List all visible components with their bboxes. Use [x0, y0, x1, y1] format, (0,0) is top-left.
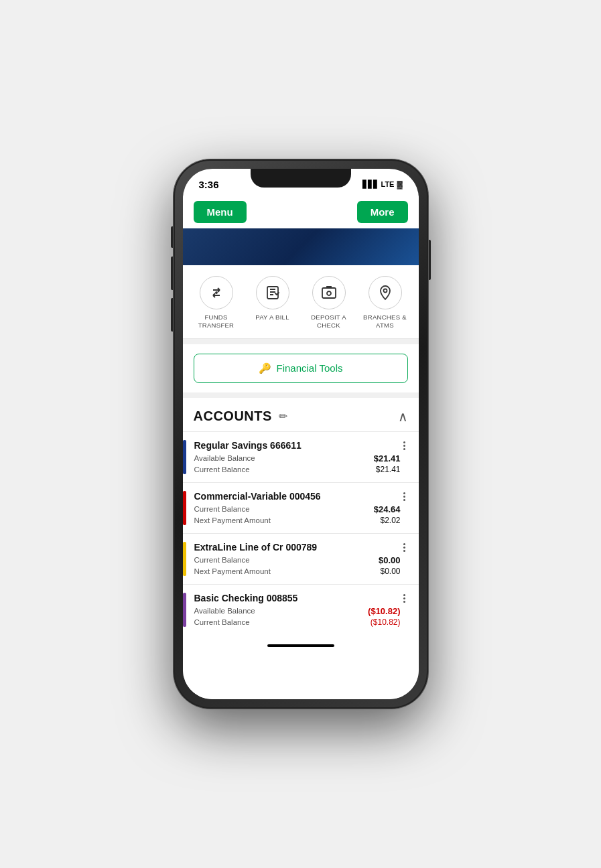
status-time: 3:36	[199, 179, 219, 190]
balance-value: $21.41	[374, 453, 401, 463]
balance-label: Next Payment Amount	[194, 516, 271, 524]
account-row-extraline[interactable]: ExtraLine Line of Cr 000789 Current Bala…	[183, 533, 419, 584]
balance-value: $21.41	[376, 465, 401, 474]
balance-label: Available Balance	[194, 607, 255, 615]
account-menu-button[interactable]	[401, 492, 408, 501]
financial-tools-icon: 🔑	[259, 362, 271, 374]
balance-current: Current Balance $0.00	[194, 555, 401, 565]
account-name: Basic Checking 008855	[194, 593, 401, 603]
header-nav: Menu More	[183, 196, 419, 228]
deposit-check-icon	[312, 276, 346, 309]
quick-actions: FUNDS TRANSFER PAY A BILL	[183, 265, 419, 339]
account-color-bar	[183, 542, 186, 576]
account-name: Regular Savings 666611	[194, 440, 401, 451]
edit-accounts-icon[interactable]: ✏	[279, 410, 287, 423]
balance-next-payment: Next Payment Amount $0.00	[194, 567, 401, 576]
balance-value: ($10.82)	[368, 606, 400, 616]
battery-icon: ▓	[397, 180, 402, 188]
accounts-header: ACCOUNTS ✏ ∧	[183, 398, 419, 431]
account-menu-button[interactable]	[401, 543, 408, 552]
menu-button[interactable]: Menu	[194, 201, 247, 223]
balance-available: Available Balance ($10.82)	[194, 606, 401, 616]
home-indicator	[267, 644, 334, 647]
branches-atms-icon	[369, 276, 402, 309]
accounts-section: ACCOUNTS ✏ ∧ Regular Savings 666611 Avai…	[183, 398, 419, 699]
deposit-check-label: DEPOSIT A CHECK	[306, 313, 352, 330]
collapse-accounts-icon[interactable]: ∧	[398, 409, 408, 425]
svg-rect-2	[322, 288, 336, 298]
balance-available: Available Balance $21.41	[194, 453, 401, 463]
balance-next-payment: Next Payment Amount $2.02	[194, 516, 401, 525]
account-info: Basic Checking 008855 Available Balance …	[194, 593, 401, 627]
svg-point-0	[216, 292, 217, 293]
action-pay-bill[interactable]: PAY A BILL	[249, 276, 296, 330]
financial-tools-button[interactable]: 🔑 Financial Tools	[194, 354, 408, 383]
hero-banner	[183, 228, 419, 265]
more-button[interactable]: More	[357, 201, 408, 223]
accounts-title-group: ACCOUNTS ✏	[194, 409, 287, 424]
account-color-bar	[183, 593, 186, 627]
account-row-commercial-variable[interactable]: Commercial-Variable 000456 Current Balan…	[183, 482, 419, 533]
signal-icon: ▋▋▋	[362, 180, 379, 189]
volume-up-button	[171, 257, 174, 290]
mute-button	[171, 226, 174, 248]
account-info: Commercial-Variable 000456 Current Balan…	[194, 491, 401, 525]
funds-transfer-icon	[200, 276, 233, 309]
balance-current: Current Balance $24.64	[194, 504, 401, 514]
account-info: Regular Savings 666611 Available Balance…	[194, 440, 401, 474]
balance-label: Current Balance	[194, 505, 250, 513]
phone-device: 3:36 ▋▋▋ LTE ▓ Menu More F	[174, 159, 428, 709]
account-color-bar	[183, 491, 186, 525]
account-name: ExtraLine Line of Cr 000789	[194, 542, 401, 553]
branches-atms-label: BRANCHES & ATMS	[362, 313, 409, 330]
section-divider-1	[183, 339, 419, 344]
phone-screen: 3:36 ▋▋▋ LTE ▓ Menu More F	[183, 169, 419, 699]
funds-transfer-label: FUNDS TRANSFER	[193, 313, 240, 330]
balance-label: Next Payment Amount	[194, 567, 271, 575]
power-button	[428, 240, 431, 280]
account-menu-button[interactable]	[401, 594, 408, 603]
svg-point-4	[383, 289, 387, 293]
notch	[251, 169, 351, 188]
action-deposit-check[interactable]: DEPOSIT A CHECK	[306, 276, 352, 330]
account-row-basic-checking[interactable]: Basic Checking 008855 Available Balance …	[183, 584, 419, 635]
balance-label: Available Balance	[194, 454, 255, 462]
action-branches-atms[interactable]: BRANCHES & ATMS	[362, 276, 409, 330]
account-name: Commercial-Variable 000456	[194, 491, 401, 502]
financial-tools-section: 🔑 Financial Tools	[183, 344, 419, 392]
balance-current: Current Balance $21.41	[194, 465, 401, 474]
account-menu-button[interactable]	[401, 441, 408, 450]
network-type: LTE	[381, 180, 395, 188]
balance-value: $0.00	[380, 567, 400, 576]
account-info: ExtraLine Line of Cr 000789 Current Bala…	[194, 542, 401, 576]
balance-value: $2.02	[380, 516, 400, 525]
section-divider-2	[183, 392, 419, 398]
balance-value: $0.00	[379, 555, 401, 565]
balance-label: Current Balance	[194, 556, 250, 564]
pay-bill-icon	[256, 276, 289, 309]
account-row-regular-savings[interactable]: Regular Savings 666611 Available Balance…	[183, 431, 419, 482]
pay-bill-label: PAY A BILL	[255, 313, 289, 321]
financial-tools-label: Financial Tools	[277, 362, 343, 374]
accounts-title: ACCOUNTS	[194, 409, 272, 424]
volume-down-button	[171, 298, 174, 332]
balance-value: $24.64	[374, 504, 401, 514]
balance-current: Current Balance ($10.82)	[194, 618, 401, 627]
account-color-bar	[183, 440, 186, 474]
status-icons: ▋▋▋ LTE ▓	[362, 180, 403, 189]
svg-point-3	[327, 291, 331, 295]
svg-rect-1	[267, 287, 278, 299]
balance-label: Current Balance	[194, 465, 250, 474]
action-funds-transfer[interactable]: FUNDS TRANSFER	[193, 276, 240, 330]
balance-label: Current Balance	[194, 618, 250, 626]
balance-value: ($10.82)	[371, 618, 401, 627]
